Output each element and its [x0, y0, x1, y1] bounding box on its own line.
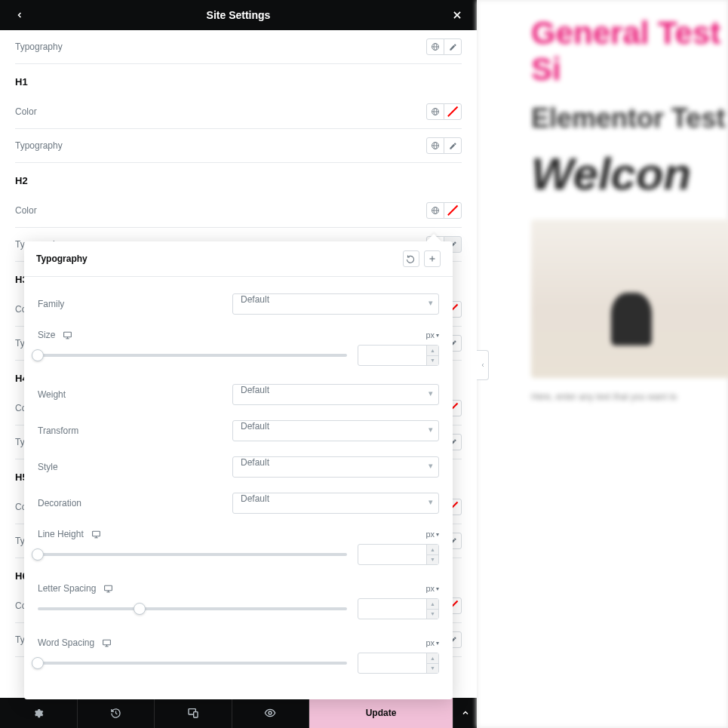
globals-button[interactable]: [426, 137, 444, 154]
page-preview: General Test Si Elementor Test Welcon He…: [477, 0, 728, 728]
color-picker-button[interactable]: [444, 202, 462, 219]
footer-settings-button[interactable]: [0, 698, 78, 728]
chevron-left-icon: [480, 362, 486, 368]
preview-subtitle: Elementor Test: [531, 103, 728, 134]
word-spacing-label: Word Spacing: [38, 637, 94, 648]
svg-rect-44: [193, 712, 197, 717]
spin-down[interactable]: ▼: [427, 356, 438, 366]
device-toggle[interactable]: [102, 638, 112, 648]
color-picker-button[interactable]: [444, 103, 462, 120]
svg-point-45: [269, 711, 272, 714]
word-spacing-slider[interactable]: [38, 662, 347, 665]
line-height-unit-select[interactable]: px ▾: [425, 530, 439, 539]
word-spacing-unit-select[interactable]: px ▾: [425, 638, 439, 647]
chevron-up-icon: [461, 708, 470, 717]
spin-down[interactable]: ▼: [427, 610, 438, 619]
letter-spacing-input[interactable]: [358, 604, 426, 614]
family-select[interactable]: Default: [232, 293, 439, 315]
edit-typography-button[interactable]: [444, 38, 462, 55]
word-spacing-input[interactable]: [358, 658, 426, 668]
preview-site-title: General Test Si: [531, 15, 728, 88]
footer-preview-button[interactable]: [232, 698, 310, 728]
footer-responsive-button[interactable]: [155, 698, 232, 728]
letter-spacing-unit-select[interactable]: px ▾: [425, 584, 439, 593]
globals-button[interactable]: [426, 202, 444, 219]
svg-rect-51: [92, 531, 100, 536]
transform-row: TransformDefault: [38, 413, 439, 449]
color-row: Color: [15, 194, 462, 228]
responsive-icon: [187, 707, 199, 719]
globals-button[interactable]: [426, 38, 444, 55]
svg-rect-57: [103, 640, 111, 645]
device-toggle[interactable]: [91, 530, 101, 539]
undo-icon: [407, 254, 416, 263]
size-input-wrap: ▲▼: [358, 345, 439, 366]
line-height-row: Line Heightpx ▾: [38, 521, 439, 541]
line-height-input[interactable]: [358, 549, 426, 560]
style-select[interactable]: Default: [232, 456, 439, 478]
footer-history-button[interactable]: [78, 698, 155, 728]
popup-body: FamilyDefaultSizepx ▾▲▼WeightDefaultTran…: [24, 277, 453, 699]
letter-spacing-slider-row: ▲▼: [38, 595, 439, 630]
line-height-slider-row: ▲▼: [38, 541, 439, 576]
publish-options-button[interactable]: [453, 698, 477, 728]
device-toggle[interactable]: [103, 584, 113, 594]
size-slider-row: ▲▼: [38, 342, 439, 376]
letter-spacing-input-wrap: ▲▼: [358, 598, 439, 619]
size-slider[interactable]: [38, 354, 347, 357]
edit-typography-button[interactable]: [444, 137, 462, 154]
letter-spacing-label: Letter Spacing: [38, 583, 96, 594]
history-icon: [110, 708, 121, 719]
device-toggle[interactable]: [63, 330, 72, 340]
size-label: Size: [38, 330, 55, 340]
transform-label: Transform: [38, 425, 78, 436]
family-row: FamilyDefault: [38, 286, 439, 322]
size-unit-select[interactable]: px ▾: [425, 330, 439, 339]
spin-down[interactable]: ▼: [427, 664, 438, 674]
spin-up[interactable]: ▲: [427, 545, 438, 555]
globals-button[interactable]: [426, 103, 444, 120]
typography-row: Typography: [15, 30, 462, 64]
heading-section-label: H1: [15, 64, 462, 95]
panel-footer: Update: [0, 698, 477, 728]
add-button[interactable]: [424, 250, 441, 267]
row-label: Color: [15, 205, 37, 216]
preview-image: [531, 220, 728, 378]
slider-thumb[interactable]: [134, 603, 146, 615]
slider-thumb[interactable]: [32, 349, 44, 361]
row-label: Typography: [15, 41, 63, 52]
collapse-panel-handle[interactable]: [477, 350, 489, 380]
preview-heading: Welcon: [531, 148, 728, 200]
svg-rect-48: [64, 332, 72, 337]
spin-up[interactable]: ▲: [427, 346, 438, 356]
weight-row: WeightDefault: [38, 376, 439, 413]
letter-spacing-slider[interactable]: [38, 607, 347, 610]
color-row: Color: [15, 95, 462, 129]
size-input[interactable]: [358, 350, 426, 361]
decoration-row: DecorationDefault: [38, 485, 439, 521]
style-row: StyleDefault: [38, 449, 439, 485]
plus-icon: [428, 254, 437, 263]
typography-row: Typography: [15, 129, 462, 163]
family-label: Family: [38, 299, 64, 309]
weight-select[interactable]: Default: [232, 384, 439, 405]
close-button[interactable]: [448, 6, 466, 24]
transform-select[interactable]: Default: [232, 420, 439, 441]
spin-down[interactable]: ▼: [427, 555, 438, 565]
update-button[interactable]: Update: [309, 698, 453, 728]
word-spacing-row: Word Spacingpx ▾: [38, 630, 439, 650]
slider-thumb[interactable]: [32, 657, 44, 669]
decoration-select[interactable]: Default: [232, 493, 439, 514]
back-button[interactable]: [11, 6, 29, 24]
reset-button[interactable]: [403, 250, 419, 267]
line-height-label: Line Height: [38, 529, 84, 539]
spin-up[interactable]: ▲: [427, 653, 438, 664]
line-height-slider[interactable]: [38, 553, 347, 556]
weight-label: Weight: [38, 389, 66, 400]
spin-up[interactable]: ▲: [427, 599, 438, 610]
size-row: Sizepx ▾: [38, 322, 439, 342]
gear-icon: [32, 708, 44, 719]
popup-header: Typography: [24, 241, 453, 277]
slider-thumb[interactable]: [32, 548, 44, 561]
decoration-label: Decoration: [38, 498, 81, 508]
